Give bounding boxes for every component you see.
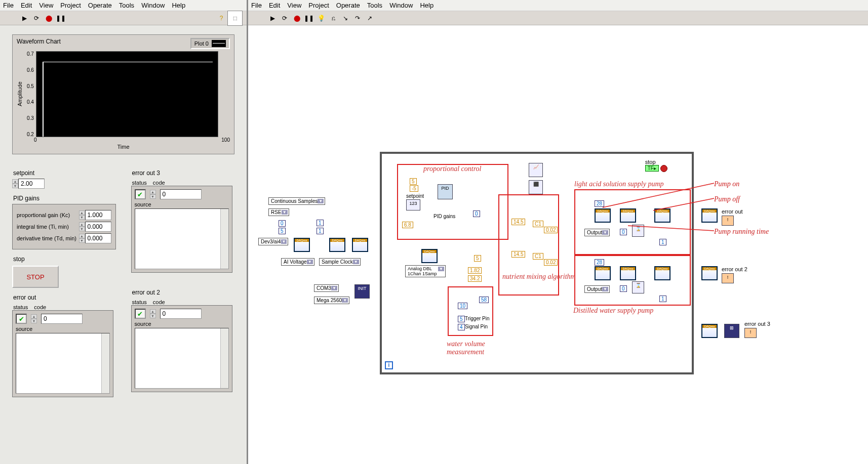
drop-rse[interactable]: RSE [268, 208, 289, 216]
const-002-a[interactable]: 0.02 [544, 227, 558, 233]
abort-icon[interactable]: ⬤ [45, 14, 53, 22]
pid-vi-node[interactable]: PID [438, 184, 453, 199]
drop-com3[interactable]: COM3 [314, 284, 339, 292]
vi-icon[interactable]: ⬚ [227, 11, 243, 26]
arduino-init-node[interactable]: INIT [354, 284, 370, 299]
abort-icon-r[interactable]: ⬤ [293, 14, 301, 22]
drop-sample-clock[interactable]: Sample Clock [319, 258, 361, 266]
drop-dev[interactable]: Dev3/ai4 [258, 238, 288, 245]
step-into-icon[interactable]: ↘ [341, 14, 349, 22]
err1-code-input[interactable] [41, 314, 83, 324]
const-c1-b[interactable]: C1 [533, 253, 543, 260]
menu-window[interactable]: Window [141, 2, 165, 9]
menu-edit[interactable]: Edit [21, 2, 32, 9]
const-0-d[interactable]: 0 [620, 285, 627, 292]
const-342[interactable]: 34.2 [468, 275, 482, 282]
daqmx-create[interactable] [294, 238, 310, 252]
daqmx-close-2[interactable] [701, 266, 718, 280]
const-145-a[interactable]: 14.5 [511, 219, 525, 225]
menu-project-r[interactable]: Project [308, 2, 329, 9]
td-input[interactable] [85, 233, 111, 243]
menu-help[interactable]: Help [172, 2, 185, 9]
arduino-close-node[interactable]: ⊠ [724, 324, 739, 338]
const-145-b[interactable]: 14.5 [511, 251, 525, 258]
const-neg5[interactable]: -5 [410, 185, 418, 192]
const-5-b[interactable]: 5 [410, 178, 417, 185]
menu-file[interactable]: File [3, 2, 14, 9]
daqmx-timing[interactable] [329, 238, 345, 252]
express-node[interactable]: ⬛ [529, 180, 543, 194]
ti-input[interactable] [85, 222, 111, 232]
menu-file-r[interactable]: File [251, 2, 262, 9]
err2-source-box[interactable] [135, 328, 229, 389]
menu-operate[interactable]: Operate [88, 2, 112, 9]
drop-mega[interactable]: Mega 2560 [314, 297, 349, 304]
chart-node[interactable]: 📈 [529, 163, 543, 177]
highlight-icon[interactable]: 💡 [317, 14, 325, 22]
menu-view-r[interactable]: View [287, 2, 301, 9]
err1-source-box[interactable] [16, 333, 110, 394]
err2-code-input[interactable] [160, 309, 202, 319]
block-diagram[interactable]: Continuous Samples RSE 0 5 Dev3/ai4 AI V… [248, 25, 868, 464]
setpoint-terminal[interactable]: 123 [406, 199, 420, 210]
const-1-a[interactable]: 1 [317, 220, 324, 226]
errout3-terminal[interactable]: ! [744, 328, 757, 338]
drop-output-b[interactable]: Output [584, 285, 610, 293]
menu-view[interactable]: View [39, 2, 53, 9]
const-002-b[interactable]: 0.02 [544, 259, 558, 266]
const-0-a[interactable]: 0 [279, 220, 286, 227]
menu-edit-r[interactable]: Edit [269, 2, 280, 9]
daqmx-write-b1[interactable] [595, 266, 611, 280]
kc-input[interactable] [85, 210, 111, 220]
const-1-c[interactable]: 1 [659, 239, 666, 245]
run-icon-r[interactable]: ▶ [268, 14, 277, 22]
ti-control[interactable]: ▲▼ [79, 222, 111, 232]
menu-project[interactable]: Project [60, 2, 81, 9]
pause-icon[interactable]: ❚❚ [57, 14, 65, 22]
const-c1-a[interactable]: C1 [533, 221, 543, 227]
const-28-b[interactable]: 28 [595, 259, 604, 266]
pause-icon-r[interactable]: ❚❚ [305, 14, 313, 22]
help-icon[interactable]: ? [217, 14, 225, 22]
const-10[interactable]: 10 [458, 303, 467, 309]
const-68[interactable]: 6.8 [402, 222, 413, 228]
errout-terminal[interactable]: ! [722, 216, 734, 226]
err3-code-input[interactable] [160, 189, 202, 199]
daqmx-read[interactable] [421, 249, 438, 263]
menu-bar-right[interactable]: File Edit View Project Operate Tools Win… [248, 0, 868, 11]
drop-ai-voltage[interactable]: AI Voltage [281, 258, 314, 266]
const-5-c[interactable]: 5 [474, 255, 481, 262]
errout2-terminal[interactable]: ! [722, 273, 734, 283]
const-5-trig[interactable]: 5 [458, 316, 465, 322]
retain-wire-icon[interactable]: ⎌ [329, 14, 337, 22]
td-control[interactable]: ▲▼ [79, 233, 111, 243]
loop-iteration-terminal[interactable]: i [385, 361, 393, 369]
menu-tools[interactable]: Tools [119, 2, 134, 9]
run-cont-icon-r[interactable]: ⟳ [281, 14, 289, 22]
menu-help-r[interactable]: Help [420, 2, 433, 9]
setpoint-input[interactable] [18, 179, 45, 189]
err3-source-box[interactable] [135, 208, 229, 269]
run-cont-icon[interactable]: ⟳ [32, 14, 41, 22]
daqmx-write-b3[interactable] [654, 266, 670, 280]
const-1-b[interactable]: 1 [317, 228, 324, 234]
const-0-b[interactable]: 0 [473, 210, 480, 217]
const-58[interactable]: 58 [479, 297, 489, 303]
drop-cont-samples[interactable]: Continuous Samples [268, 197, 325, 205]
menu-window-r[interactable]: Window [389, 2, 413, 9]
daqmx-start[interactable] [352, 238, 368, 252]
daqmx-write-b2[interactable] [620, 266, 636, 280]
menu-operate-r[interactable]: Operate [336, 2, 360, 9]
run-icon[interactable]: ▶ [20, 14, 28, 22]
step-out-icon[interactable]: ↗ [366, 14, 374, 22]
const-182[interactable]: 1.82 [468, 267, 482, 274]
drop-analog[interactable]: Analog DBL 1Chan 1Samp [405, 265, 446, 277]
stop-terminal[interactable]: stop TF▸ [645, 159, 667, 172]
const-1-d[interactable]: 1 [659, 296, 666, 302]
stop-button[interactable]: STOP [12, 266, 59, 288]
menu-tools-r[interactable]: Tools [367, 2, 382, 9]
const-4-sig[interactable]: 4 [458, 324, 465, 330]
step-over-icon[interactable]: ↷ [353, 14, 362, 22]
kc-control[interactable]: ▲▼ [79, 210, 111, 220]
menu-bar-left[interactable]: File Edit View Project Operate Tools Win… [0, 0, 247, 11]
